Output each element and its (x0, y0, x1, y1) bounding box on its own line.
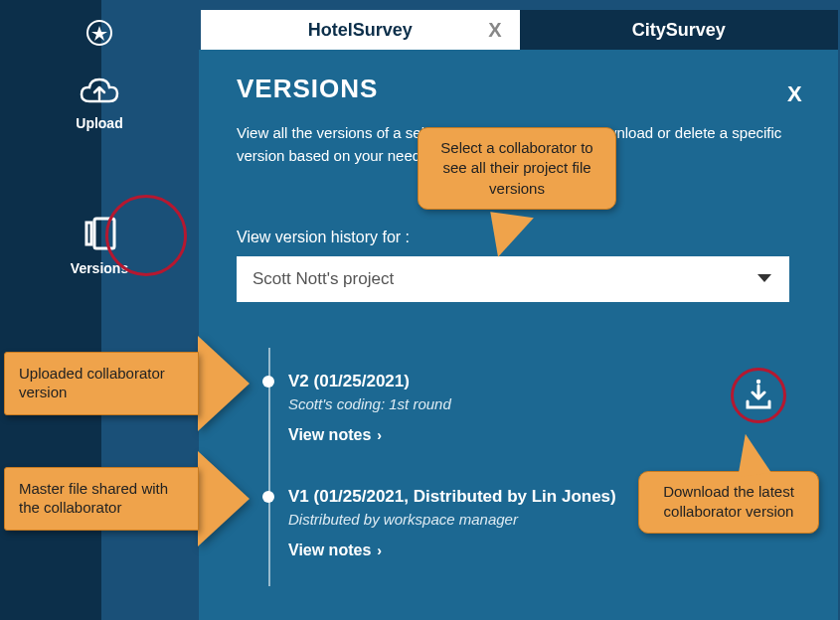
panel-title: VERSIONS (237, 74, 813, 104)
download-icon (742, 378, 775, 411)
view-notes-link[interactable]: View notes› (288, 426, 451, 444)
svg-rect-2 (94, 219, 114, 248)
version-title: V2 (01/25/2021) (288, 372, 451, 391)
callout-uploaded-version: Uploaded collaborator version (4, 352, 250, 415)
svg-rect-3 (86, 223, 91, 244)
tab-citysurvey[interactable]: CitySurvey (520, 10, 839, 50)
star-icon (84, 18, 114, 48)
version-subtitle: Scott's coding: 1st round (288, 395, 451, 412)
tooltip-text: Select a collaborator to see all their p… (440, 139, 592, 197)
tab-label: CitySurvey (632, 20, 726, 41)
upload-cloud-icon (80, 78, 119, 111)
panel-close-button[interactable]: X (787, 81, 802, 107)
chevron-down-icon (757, 274, 771, 282)
callout-text: Uploaded collaborator version (19, 365, 184, 402)
nav-upload[interactable]: Upload (0, 78, 199, 131)
chevron-right-icon: › (377, 427, 382, 443)
nav-versions[interactable]: Versions (0, 195, 199, 276)
tooltip-select-collaborator: Select a collaborator to see all their p… (418, 127, 616, 210)
timeline-item-v2: V2 (01/25/2021) Scott's coding: 1st roun… (262, 372, 451, 444)
collaborator-dropdown[interactable]: Scott Nott's project (237, 256, 789, 302)
svg-point-4 (756, 380, 760, 384)
tab-hotelsurvey[interactable]: HotelSurvey X (201, 10, 520, 50)
timeline-item-v1: V1 (01/25/2021, Distributed by Lin Jones… (262, 487, 616, 559)
timeline-dot-icon (262, 376, 274, 388)
arrow-right-icon (198, 451, 250, 546)
callout-text: Master file shared with the collaborator (19, 480, 184, 518)
version-subtitle: Distributed by workspace manager (288, 511, 616, 528)
nav-star[interactable] (0, 18, 199, 48)
version-title: V1 (01/25/2021, Distributed by Lin Jones… (288, 487, 616, 507)
callout-master-file: Master file shared with the collaborator (4, 467, 250, 531)
timeline-dot-icon (262, 491, 274, 503)
tooltip-tail-icon (734, 431, 771, 476)
tabs-bar: HotelSurvey X CitySurvey (201, 10, 838, 50)
tooltip-tail-icon (484, 212, 534, 261)
download-button[interactable] (742, 378, 775, 411)
arrow-right-icon (198, 336, 250, 431)
svg-marker-1 (91, 26, 107, 41)
versions-icon (77, 213, 122, 256)
dropdown-value: Scott Nott's project (252, 269, 394, 289)
nav-versions-label: Versions (0, 260, 199, 276)
tooltip-download-latest: Download the latest collaborator version (638, 471, 819, 534)
app-frame: Upload Versions HotelSurvey X CitySurvey… (0, 0, 840, 620)
chevron-right-icon: › (377, 542, 382, 558)
nav-upload-label: Upload (0, 115, 199, 131)
tooltip-text: Download the latest collaborator version (663, 483, 794, 520)
tab-close-icon[interactable]: X (488, 19, 501, 42)
tab-label: HotelSurvey (308, 20, 413, 41)
view-notes-link[interactable]: View notes› (288, 542, 616, 559)
